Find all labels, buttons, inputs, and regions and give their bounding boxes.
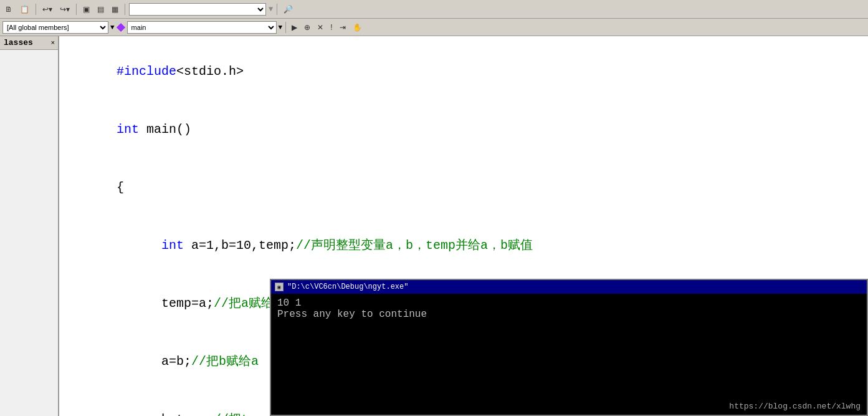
separator5 bbox=[285, 22, 286, 33]
int-keyword: int bbox=[117, 122, 139, 137]
find-button[interactable]: 🔎 bbox=[281, 2, 295, 16]
include-keyword: #include bbox=[117, 64, 176, 79]
terminal-output-line2: Press any key to continue bbox=[277, 309, 861, 320]
step2-button[interactable]: ⇥ bbox=[337, 21, 348, 34]
separator2 bbox=[76, 4, 77, 15]
copy-button[interactable]: 🗎 bbox=[2, 2, 15, 16]
paste-button[interactable]: 📋 bbox=[17, 2, 32, 16]
copy-icon: 🗎 bbox=[5, 5, 12, 14]
stop-icon: ✕ bbox=[317, 23, 323, 32]
separator3 bbox=[125, 4, 125, 15]
watermark-text: https://blog.csdn.net/xlwhg bbox=[729, 402, 861, 411]
watermark: https://blog.csdn.net/xlwhg bbox=[729, 402, 861, 411]
terminal-output-line1: 10 1 bbox=[277, 297, 861, 309]
step2-icon: ⇥ bbox=[340, 23, 346, 32]
sidebar-close-btn[interactable]: × bbox=[49, 39, 57, 47]
global-members-dropdown[interactable]: [All global members] bbox=[2, 21, 108, 34]
sidebar: lasses × bbox=[0, 36, 59, 416]
code-line-4: int a=1,b=10,temp;//声明整型变量a，b，temp并给a，b赋… bbox=[72, 216, 856, 274]
save-icon: ▦ bbox=[112, 5, 118, 14]
find-icon: 🔎 bbox=[284, 5, 293, 14]
code-line-2: int main() bbox=[72, 100, 856, 158]
step-icon: ! bbox=[330, 23, 332, 32]
stop-button[interactable]: ✕ bbox=[315, 21, 326, 34]
new-file-button[interactable]: ▣ bbox=[80, 2, 92, 16]
sidebar-content bbox=[0, 50, 58, 52]
run-icon: ▶ bbox=[292, 23, 297, 32]
open-file-button[interactable]: ▤ bbox=[95, 2, 107, 16]
breakpoint-icon: ⊕ bbox=[304, 23, 310, 32]
step-button[interactable]: ! bbox=[328, 21, 335, 34]
terminal-body: 10 1 Press any key to continue bbox=[271, 294, 867, 324]
code-line-1: #include<stdio.h> bbox=[72, 42, 856, 100]
toolbar1: 🗎 📋 ↩▾ ↪▾ ▣ ▤ ▦ ▼ 🔎 bbox=[0, 0, 868, 19]
undo-button[interactable]: ↩▾ bbox=[40, 2, 55, 16]
open-file-icon: ▤ bbox=[97, 5, 104, 14]
redo-button[interactable]: ↪▾ bbox=[57, 2, 72, 16]
hand-button[interactable]: ✋ bbox=[350, 21, 365, 34]
function-dropdown[interactable]: main bbox=[127, 21, 277, 34]
separator4 bbox=[277, 4, 277, 15]
sidebar-tab-classes[interactable]: lasses bbox=[1, 37, 36, 49]
breakpoint-button[interactable]: ⊕ bbox=[302, 21, 313, 34]
terminal-window: ▣ "D:\c\VC6cn\Debug\ngyt.exe" 10 1 Press… bbox=[270, 279, 868, 416]
separator1 bbox=[36, 4, 36, 15]
code-editor[interactable]: #include<stdio.h> int main() { int a=1,b… bbox=[59, 36, 868, 416]
save-button[interactable]: ▦ bbox=[109, 2, 121, 16]
terminal-title-text: "D:\c\VC6cn\Debug\ngyt.exe" bbox=[287, 283, 408, 291]
code-line-3: { bbox=[72, 158, 856, 216]
main-area: lasses × #include<stdio.h> int main() { … bbox=[0, 36, 868, 416]
run-button[interactable]: ▶ bbox=[289, 21, 300, 34]
hand-icon: ✋ bbox=[353, 23, 362, 32]
new-file-icon: ▣ bbox=[83, 5, 90, 14]
terminal-titlebar: ▣ "D:\c\VC6cn\Debug\ngyt.exe" bbox=[271, 280, 867, 294]
search-dropdown[interactable] bbox=[129, 3, 266, 16]
terminal-icon: ▣ bbox=[275, 283, 284, 291]
paste-icon: 📋 bbox=[20, 5, 29, 14]
toolbar2: [All global members] ▼ main ▼ ▶ ⊕ ✕ ! ⇥ … bbox=[0, 19, 868, 36]
